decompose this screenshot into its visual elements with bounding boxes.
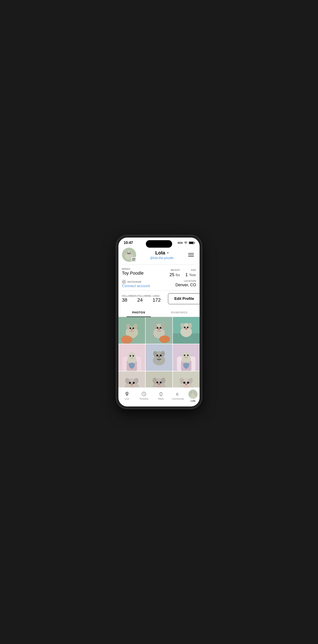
- edit-profile-button[interactable]: Edit Profile: [168, 293, 200, 304]
- followers-value: 38: [122, 297, 137, 303]
- svg-point-89: [160, 382, 162, 383]
- dog-photo-svg-5: [146, 344, 172, 371]
- location-stat: LOCATION Denver, CO: [159, 280, 196, 288]
- svg-point-61: [160, 354, 162, 356]
- nav-live-label: Live: [125, 398, 129, 400]
- svg-point-60: [156, 354, 158, 356]
- followers-label: FOLLOWERS: [122, 295, 137, 297]
- svg-point-26: [130, 328, 131, 329]
- dog-photo-svg-3: [173, 317, 200, 344]
- svg-point-88: [156, 382, 158, 383]
- likes-label: LIKES: [153, 295, 168, 297]
- svg-point-70: [182, 352, 190, 359]
- photo-cell-1[interactable]: [118, 317, 145, 344]
- svg-text:fi: fi: [176, 392, 178, 396]
- svg-point-54: [132, 355, 134, 357]
- nav-timeline[interactable]: Timeline: [136, 391, 153, 400]
- svg-point-36: [160, 327, 162, 329]
- photo-cell-4[interactable]: [118, 344, 145, 371]
- profile-name-block: Lola ▼ @lola-the-poodle-: [136, 250, 188, 260]
- weight-label: WEIGHT: [170, 269, 180, 271]
- svg-rect-11: [134, 258, 135, 259]
- svg-rect-17: [135, 260, 135, 261]
- status-icons: SOS: [178, 242, 194, 244]
- svg-rect-13: [133, 260, 133, 260]
- svg-point-78: [129, 382, 131, 384]
- age-label: AGE: [191, 269, 196, 271]
- location-value: Denver, CO: [159, 283, 196, 287]
- svg-point-20: [124, 281, 124, 281]
- svg-point-72: [187, 354, 188, 356]
- weight-value-row: 25 lbs: [170, 272, 180, 277]
- tab-photos[interactable]: PHOTOS: [118, 308, 159, 317]
- photo-cell-3[interactable]: [173, 317, 200, 344]
- nav-rank-label: Rank: [158, 398, 164, 400]
- svg-rect-16: [134, 260, 134, 261]
- svg-rect-14: [134, 260, 134, 260]
- svg-point-53: [130, 355, 131, 357]
- weight-group: WEIGHT 25 lbs: [170, 268, 180, 277]
- live-icon: [124, 391, 130, 396]
- svg-point-38: [159, 336, 170, 343]
- nav-profile-label: Lola: [191, 400, 196, 402]
- tabs-row: PHOTOS RANKINGS: [118, 308, 200, 317]
- instagram-stat: INSTAGRAM Connect account: [122, 280, 159, 288]
- hamburger-menu-button[interactable]: [188, 251, 196, 259]
- svg-point-7: [128, 254, 130, 255]
- svg-point-65: [158, 359, 160, 361]
- svg-point-80: [130, 384, 133, 386]
- following-value: 24: [137, 297, 153, 303]
- timeline-icon: [141, 391, 146, 396]
- photo-cell-5[interactable]: [146, 344, 172, 371]
- followers-stat: FOLLOWERS 38: [122, 295, 137, 303]
- avatar-container[interactable]: [122, 248, 136, 262]
- qr-icon: [132, 258, 135, 261]
- svg-point-27: [132, 328, 134, 329]
- nav-rank[interactable]: Rank: [152, 391, 170, 400]
- hamburger-line-2: [188, 255, 194, 255]
- svg-point-47: [185, 328, 187, 330]
- dog-photo-svg-4: [118, 344, 145, 371]
- connect-account-link[interactable]: Connect account: [122, 284, 159, 288]
- nav-live[interactable]: Live: [118, 391, 136, 400]
- age-group: AGE 1 Year: [185, 268, 196, 277]
- hamburger-line-1: [188, 253, 194, 254]
- phone-frame: 10:47 SOS: [116, 235, 202, 409]
- nav-community-label: Community: [172, 398, 184, 400]
- tab-rankings[interactable]: RANKINGS: [159, 308, 200, 317]
- svg-point-79: [133, 382, 135, 384]
- svg-point-46: [187, 326, 188, 328]
- rank-icon: [158, 391, 164, 396]
- profile-header: Lola ▼ @lola-the-poodle-: [118, 247, 200, 264]
- svg-point-90: [158, 383, 160, 385]
- nav-avatar-image: [188, 389, 198, 399]
- svg-point-6: [130, 253, 130, 254]
- nav-profile[interactable]: Lola: [186, 389, 200, 402]
- dynamic-island: [146, 240, 172, 248]
- svg-point-29: [121, 336, 132, 344]
- profile-handle[interactable]: @lola-the-poodle-: [136, 256, 188, 260]
- dog-photo-svg-1: [118, 317, 145, 344]
- photo-cell-2[interactable]: [146, 317, 172, 344]
- phone-screen: 10:47 SOS: [118, 238, 200, 406]
- qr-code-badge[interactable]: [131, 257, 136, 262]
- community-icon: fi: [175, 391, 180, 396]
- svg-rect-15: [135, 260, 135, 260]
- svg-rect-9: [133, 258, 133, 259]
- wifi-icon: [184, 242, 188, 244]
- breed-value: Toy Poodle: [122, 271, 159, 276]
- svg-point-52: [128, 352, 136, 360]
- svg-point-71: [184, 354, 185, 356]
- followers-section: FOLLOWERS 38 FOLLOWING 24 LIKES 172 Edit…: [118, 291, 200, 307]
- likes-stat: LIKES 172: [153, 295, 168, 303]
- svg-point-5: [128, 253, 129, 254]
- photo-cell-6[interactable]: [173, 344, 200, 371]
- instagram-label: INSTAGRAM: [127, 281, 141, 283]
- svg-point-98: [183, 382, 185, 384]
- nav-community[interactable]: fi Community: [170, 391, 187, 400]
- dropdown-arrow-icon[interactable]: ▼: [166, 251, 169, 254]
- breed-stat: BREED Toy Poodle: [122, 268, 159, 277]
- dog-photo-svg-6: [173, 344, 200, 371]
- svg-point-37: [158, 328, 160, 330]
- breed-label: BREED: [122, 268, 159, 270]
